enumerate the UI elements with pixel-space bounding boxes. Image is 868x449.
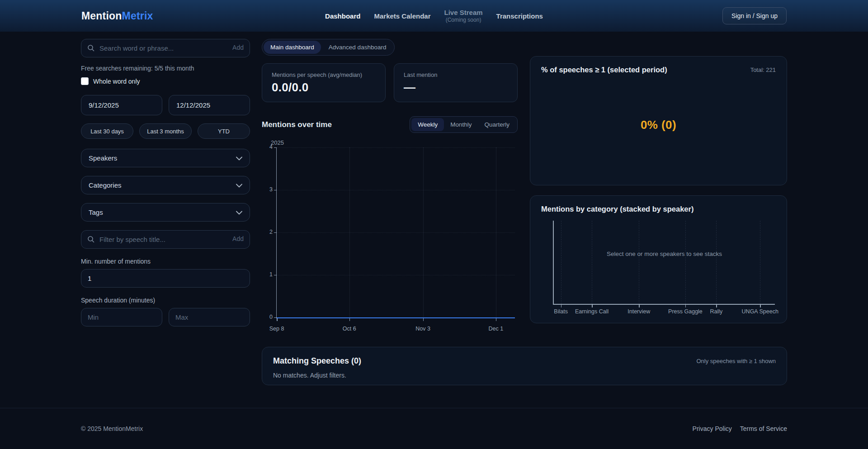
range-last-30-days-button[interactable]: Last 30 days bbox=[81, 123, 133, 139]
top-nav-bar: MentionMetrix Dashboard Markets Calendar… bbox=[0, 0, 868, 32]
y-tick-label: 3 bbox=[262, 186, 273, 193]
nav-live-stream: Live Stream (Coming soon) bbox=[444, 9, 483, 23]
y-tick-label: 1 bbox=[262, 271, 273, 278]
categories-dropdown[interactable]: Categories bbox=[81, 176, 250, 194]
whole-word-checkbox[interactable] bbox=[81, 77, 89, 85]
categories-dropdown-label: Categories bbox=[89, 181, 122, 189]
terms-of-service-link[interactable]: Terms of Service bbox=[740, 425, 787, 432]
speakers-dropdown[interactable]: Speakers bbox=[81, 149, 250, 167]
pct-panel-total: Total: 221 bbox=[750, 66, 776, 73]
speech-duration-label: Speech duration (minutes) bbox=[81, 297, 250, 304]
copyright-text: © 2025 MentionMetrix bbox=[81, 425, 143, 432]
whole-word-label: Whole word only bbox=[93, 78, 140, 85]
title-filter-add-button[interactable]: Add bbox=[232, 235, 244, 242]
date-to-input[interactable] bbox=[169, 95, 250, 115]
search-input[interactable] bbox=[81, 39, 250, 57]
category-empty-message: Select one or more speakers to see stack… bbox=[554, 250, 775, 257]
speech-title-filter-input[interactable] bbox=[81, 230, 250, 249]
duration-min-input[interactable] bbox=[81, 308, 162, 326]
app-logo[interactable]: MentionMetrix bbox=[81, 10, 325, 22]
nav-live-stream-label: Live Stream bbox=[444, 9, 483, 16]
matching-speeches-panel: Matching Speeches (0) Only speeches with… bbox=[262, 347, 787, 385]
pct-value: 0% (0) bbox=[641, 118, 676, 132]
search-add-button[interactable]: Add bbox=[232, 44, 244, 51]
x-tick-label: Sep 8 bbox=[269, 326, 284, 332]
category-panel-title: Mentions by category (stacked by speaker… bbox=[541, 205, 776, 213]
mentions-per-speech-card: Mentions per speech (avg/median) 0.0/0.0 bbox=[262, 63, 386, 102]
min-mentions-label: Min. number of mentions bbox=[81, 258, 250, 265]
duration-max-input[interactable] bbox=[169, 308, 250, 326]
tags-dropdown[interactable]: Tags bbox=[81, 203, 250, 222]
nav-markets-calendar[interactable]: Markets Calendar bbox=[374, 12, 430, 20]
matching-speeches-empty: No matches. Adjust filters. bbox=[273, 372, 776, 379]
filters-sidebar: Add Free searches remaining: 5/5 this mo… bbox=[81, 39, 250, 408]
chart-year-label: 2025 bbox=[271, 139, 284, 146]
x-tick-label: Nov 3 bbox=[415, 326, 430, 332]
granularity-toggle: Weekly Monthly Quarterly bbox=[410, 116, 518, 133]
dashboard-tabs: Main dashboard Advanced dashboard bbox=[262, 39, 395, 56]
toggle-monthly[interactable]: Monthly bbox=[444, 118, 478, 131]
pct-panel-title: % of speeches ≥ 1 (selected period) bbox=[541, 66, 667, 74]
whole-word-checkbox-row[interactable]: Whole word only bbox=[81, 77, 250, 85]
category-plot-area: Select one or more speakers to see stack… bbox=[553, 221, 775, 305]
category-tick-label: Press Gaggle bbox=[668, 308, 703, 315]
x-tick-label: Oct 6 bbox=[343, 326, 356, 332]
chevron-down-icon bbox=[236, 154, 242, 162]
category-tick-label: Bilats bbox=[554, 308, 568, 315]
tab-main-dashboard[interactable]: Main dashboard bbox=[264, 41, 321, 54]
main-nav: Dashboard Markets Calendar Live Stream (… bbox=[325, 9, 543, 23]
mentions-by-category-panel: Mentions by category (stacked by speaker… bbox=[530, 195, 787, 323]
nav-dashboard[interactable]: Dashboard bbox=[325, 12, 360, 20]
pct-speeches-panel: % of speeches ≥ 1 (selected period) Tota… bbox=[530, 56, 787, 185]
free-searches-text: Free searches remaining: 5/5 this month bbox=[81, 65, 250, 72]
y-tick-label: 4 bbox=[262, 144, 273, 150]
chevron-down-icon bbox=[236, 208, 242, 216]
tags-dropdown-label: Tags bbox=[89, 208, 103, 216]
mentions-over-time-chart: 2025 4 3 2 1 0 bbox=[262, 139, 518, 335]
toggle-weekly[interactable]: Weekly bbox=[411, 118, 444, 131]
privacy-policy-link[interactable]: Privacy Policy bbox=[693, 425, 732, 432]
logo-part-1: Mention bbox=[81, 10, 122, 22]
chevron-down-icon bbox=[236, 181, 242, 189]
x-tick-label: Dec 1 bbox=[489, 326, 504, 332]
category-tick-label: Interview bbox=[627, 308, 650, 315]
matching-speeches-title: Matching Speeches (0) bbox=[273, 356, 361, 366]
matching-speeches-note: Only speeches with ≥ 1 shown bbox=[697, 358, 776, 364]
min-mentions-input[interactable] bbox=[81, 269, 250, 288]
category-tick-label: Rally bbox=[710, 308, 723, 315]
stat-label: Mentions per speech (avg/median) bbox=[272, 71, 376, 78]
range-ytd-button[interactable]: YTD bbox=[198, 123, 250, 139]
toggle-quarterly[interactable]: Quarterly bbox=[478, 118, 516, 131]
mentions-line-series bbox=[277, 317, 515, 318]
category-tick-label: Earnings Call bbox=[575, 308, 609, 315]
signin-button[interactable]: Sign in / Sign up bbox=[722, 7, 787, 24]
search-icon bbox=[87, 236, 94, 245]
nav-transcriptions[interactable]: Transcriptions bbox=[496, 12, 543, 20]
date-from-input[interactable] bbox=[81, 95, 162, 115]
category-chart: Select one or more speakers to see stack… bbox=[541, 221, 776, 317]
stat-value: — bbox=[404, 80, 508, 95]
mentions-over-time-title: Mentions over time bbox=[262, 120, 332, 129]
tab-advanced-dashboard[interactable]: Advanced dashboard bbox=[322, 41, 393, 54]
search-icon bbox=[87, 44, 94, 53]
nav-live-stream-sublabel: (Coming soon) bbox=[444, 17, 483, 23]
y-tick-label: 0 bbox=[262, 314, 273, 320]
stat-label: Last mention bbox=[404, 71, 508, 78]
category-tick-label: UNGA Speech bbox=[742, 308, 778, 315]
logo-part-2: Metrix bbox=[122, 10, 153, 22]
chart-plot-area: Sep 8 Oct 6 Nov 3 Dec 1 bbox=[276, 147, 515, 318]
y-tick-label: 2 bbox=[262, 229, 273, 235]
speakers-dropdown-label: Speakers bbox=[89, 154, 117, 162]
footer: © 2025 MentionMetrix Privacy Policy Term… bbox=[0, 408, 868, 449]
stat-value: 0.0/0.0 bbox=[272, 80, 376, 95]
last-mention-card: Last mention — bbox=[394, 63, 518, 102]
range-last-3-months-button[interactable]: Last 3 months bbox=[139, 123, 192, 139]
